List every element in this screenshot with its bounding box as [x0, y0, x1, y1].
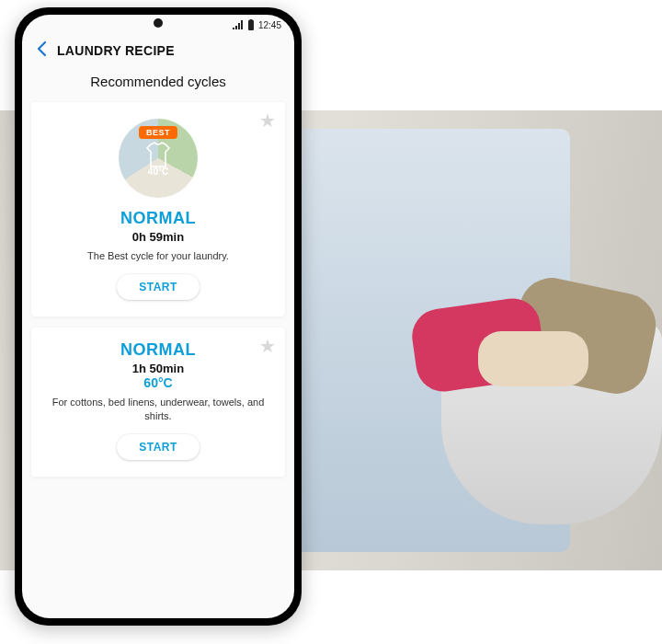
- svg-rect-1: [249, 19, 252, 21]
- back-button[interactable]: [35, 40, 48, 61]
- status-time: 12:45: [258, 20, 281, 30]
- cycle-card: ★ NORMAL 1h 50min 60°C For cottons, bed …: [31, 328, 285, 477]
- svg-rect-0: [248, 20, 254, 30]
- cycle-name: NORMAL: [46, 209, 270, 228]
- phone-frame: 12:45 LAUNDRY RECIPE Recommended cycles …: [15, 7, 302, 626]
- best-badge: BEST: [139, 126, 177, 139]
- cycle-thumbnail: BEST 40°C: [119, 119, 198, 198]
- phone-screen: 12:45 LAUNDRY RECIPE Recommended cycles …: [22, 15, 294, 618]
- start-button[interactable]: START: [117, 434, 200, 460]
- favorite-icon[interactable]: ★: [259, 335, 276, 357]
- battery-icon: [247, 19, 255, 30]
- cycle-duration: 0h 59min: [46, 230, 270, 244]
- thumb-temp: 40°C: [148, 167, 168, 177]
- section-heading: Recommended cycles: [22, 70, 294, 102]
- favorite-icon[interactable]: ★: [259, 109, 276, 132]
- shirt-icon: [143, 141, 173, 168]
- cycle-desc: The Best cycle for your laundry.: [50, 249, 267, 263]
- cycle-card: ★ BEST 40°C NORMAL 0h 59min The Best cyc…: [31, 102, 285, 316]
- top-bar: LAUNDRY RECIPE: [22, 33, 294, 70]
- cycle-temp: 60°C: [46, 375, 270, 390]
- cycle-desc: For cottons, bed linens, underwear, towe…: [50, 396, 267, 423]
- cycle-duration: 1h 50min: [46, 362, 270, 375]
- start-button[interactable]: START: [117, 274, 200, 300]
- front-camera-icon: [154, 18, 163, 28]
- cycle-name: NORMAL: [46, 340, 270, 360]
- signal-icon: [233, 20, 244, 29]
- laundry-pile: [395, 276, 653, 405]
- page-title: LAUNDRY RECIPE: [57, 43, 175, 58]
